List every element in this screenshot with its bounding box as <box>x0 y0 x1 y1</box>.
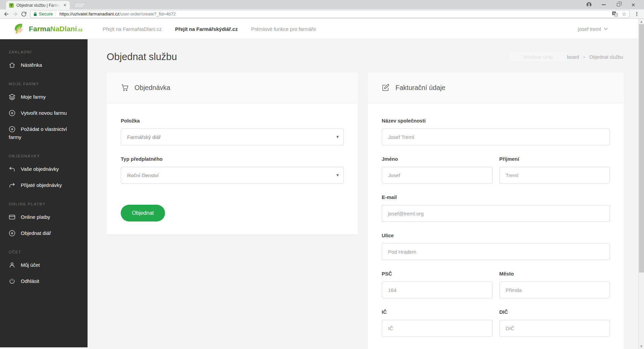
forward-icon[interactable] <box>11 10 19 18</box>
scroll-down-icon[interactable]: ▼ <box>639 344 644 349</box>
sidebar-item-moje-farmy[interactable]: Moje farmy <box>9 89 79 105</box>
sidebar: ZÁKLADNÍ Nástěnka MOJE FARMY Moje farmy … <box>0 39 88 347</box>
url-host: https://uzivatel.farmanadlani.cz <box>59 11 119 16</box>
billing-card-title: Fakturační údaje <box>395 84 445 92</box>
sidebar-item-vytvorit-farmu[interactable]: Vytvořit novou farmu <box>9 105 79 121</box>
new-tab-button[interactable] <box>73 2 86 8</box>
forward-icon <box>9 182 15 189</box>
order-card: Objednávka Položka Farmářský diář ▼ Typ … <box>107 72 358 235</box>
street-label: Ulice <box>382 233 610 238</box>
scrollbar-thumb[interactable] <box>639 24 644 272</box>
dic-label: DIČ <box>499 309 610 315</box>
url-bar[interactable]: Secure https://uzivatel.farmanadlani.cz … <box>30 10 630 18</box>
select-caret-icon: ▼ <box>336 135 339 139</box>
user-icon <box>9 262 15 268</box>
browser-toolbar: Secure https://uzivatel.farmanadlani.cz … <box>0 9 644 19</box>
last-name-input[interactable] <box>499 167 610 184</box>
sidebar-item-vase-objednavky[interactable]: Vaše objednávky <box>9 161 79 177</box>
browser-tab-bar: Objednat službu | FarmaN ✕ ✕ <box>0 0 644 9</box>
reply-icon <box>9 166 15 172</box>
sidebar-item-objednat-diar[interactable]: Objednat diář <box>9 225 79 241</box>
sidebar-section-moje-farmy: MOJE FARMY <box>9 82 79 86</box>
power-icon <box>9 278 15 285</box>
sidebar-item-nastenka[interactable]: Nástěnka <box>9 57 79 73</box>
objednat-button[interactable]: Objednat <box>121 205 165 221</box>
cart-icon <box>121 84 129 92</box>
breadcrumb-current: Objednat službu <box>589 54 623 60</box>
dic-input[interactable] <box>499 320 610 337</box>
home-icon <box>9 62 15 68</box>
sidebar-item-pozadat-vlastnictvi[interactable]: Požádat o vlastnictví farmy <box>9 121 79 145</box>
logo-text: FarmaNaDlani.cz <box>29 25 83 33</box>
sidebar-section-zakladni: ZÁKLADNÍ <box>9 50 79 54</box>
order-card-title: Objednávka <box>135 84 170 92</box>
minimize-button[interactable] <box>596 0 611 9</box>
farmanadlani-logo[interactable]: FarmaNaDlani.cz <box>13 22 83 36</box>
polozka-select[interactable]: Farmářský diář ▼ <box>121 129 344 145</box>
tab-title: Objednat službu | FarmaN <box>16 3 60 8</box>
nav-link-farmanadlani[interactable]: Přejít na FarmaNaDlani.cz <box>103 26 162 32</box>
email-input[interactable] <box>382 205 610 222</box>
first-name-label: Jméno <box>382 156 492 162</box>
secure-label[interactable]: Secure <box>39 11 53 16</box>
close-button[interactable]: ✕ <box>626 0 641 9</box>
breadcrumb: Dashboard > Objednat službu <box>556 54 623 60</box>
ic-input[interactable] <box>382 320 492 337</box>
plus-circle-icon <box>9 110 15 116</box>
edit-icon <box>382 84 390 92</box>
scroll-up-icon[interactable]: ▲ <box>639 19 644 24</box>
profile-icon[interactable] <box>582 0 596 9</box>
breadcrumb-dashboard[interactable]: Dashboard <box>556 54 579 60</box>
city-label: Město <box>499 271 610 277</box>
street-input[interactable] <box>382 243 610 260</box>
page-title: Objednat službu <box>107 51 177 62</box>
typ-predplatneho-label: Typ předplatného <box>121 156 344 162</box>
user-name: josef treml <box>578 26 601 32</box>
favicon-plant-icon <box>9 3 14 8</box>
back-icon[interactable] <box>2 10 11 18</box>
ic-label: IČ <box>382 309 492 315</box>
plus-circle-icon <box>9 230 15 237</box>
browser-menu-icon[interactable]: ⋮ <box>632 11 642 17</box>
zip-label: PSČ <box>382 271 492 277</box>
sidebar-section-objednavky: OBJEDNÁVKY <box>9 154 79 158</box>
divider <box>56 11 56 16</box>
sidebar-item-prijate-objednavky[interactable]: Přijaté objednávky <box>9 177 79 193</box>
restore-button[interactable] <box>611 0 626 9</box>
last-name-label: Příjmení <box>499 156 610 162</box>
chevron-down-icon <box>604 28 608 30</box>
url-path: /user-order/create?_fid=4b72 <box>119 11 176 16</box>
company-label: Název společnosti <box>382 118 610 123</box>
sidebar-item-muj-ucet[interactable]: Můj účet <box>9 257 79 273</box>
company-input[interactable] <box>382 129 610 145</box>
scrollbar[interactable]: ▲ ▼ <box>638 19 644 349</box>
sidebar-section-online-platby: ONLINE PLATBY <box>9 202 79 206</box>
breadcrumb-separator: > <box>583 55 585 59</box>
logo-hand-leaf-icon <box>13 22 27 36</box>
zip-input[interactable] <box>382 282 492 298</box>
browser-tab[interactable]: Objednat službu | FarmaN ✕ <box>6 1 70 9</box>
billing-card: Fakturační údaje Název společnosti Jméno… <box>368 72 624 349</box>
sidebar-item-online-platby[interactable]: Online platby <box>9 209 79 225</box>
typ-predplatneho-select[interactable]: Roční členství ▼ <box>121 167 344 184</box>
bookmark-star-icon[interactable]: ☆ <box>622 11 627 17</box>
plus-circle-icon <box>9 126 15 133</box>
select-caret-icon: ▼ <box>336 173 339 177</box>
first-name-input[interactable] <box>382 167 492 184</box>
user-menu[interactable]: josef treml <box>578 26 608 32</box>
polozka-label: Položka <box>121 118 344 123</box>
email-label: E-mail <box>382 194 610 200</box>
city-input[interactable] <box>499 282 610 298</box>
credit-card-icon <box>9 214 15 220</box>
layers-icon <box>9 94 15 100</box>
nav-link-premium[interactable]: Prémiové funkce pro farmáře <box>251 26 316 32</box>
translate-icon[interactable]: a A <box>612 11 618 16</box>
sidebar-item-odhlasit[interactable]: Odhlásit <box>9 273 79 289</box>
reload-icon[interactable] <box>19 10 28 18</box>
lock-icon <box>33 12 37 16</box>
nav-link-farmarsky-diar[interactable]: Přejít na Farmářskýdiář.cz <box>175 26 238 32</box>
sidebar-section-ucet: ÚČET <box>9 250 79 254</box>
top-nav: Přejít na FarmaNaDlani.cz Přejít na Farm… <box>103 26 316 32</box>
tab-close-icon[interactable]: ✕ <box>63 2 67 8</box>
app-header: FarmaNaDlani.cz Přejít na FarmaNaDlani.c… <box>0 19 644 39</box>
